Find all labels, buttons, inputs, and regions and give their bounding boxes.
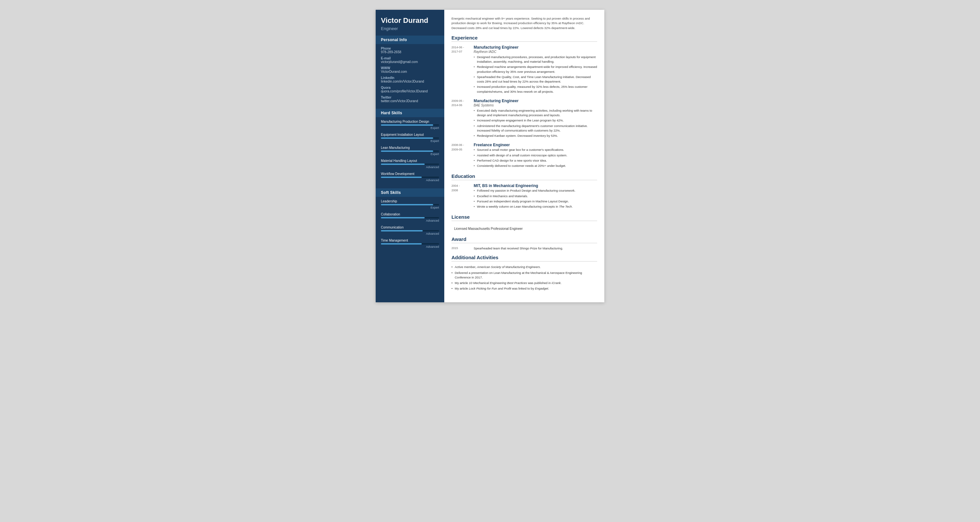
skill-time-management: Time Management Advanced: [381, 239, 439, 248]
skill-leadership: Leadership Expert: [381, 200, 439, 209]
www-label: WWW: [381, 66, 439, 70]
twitter-value: twitter.com/VictorJDurand: [381, 99, 439, 103]
skill-bar-fill: [381, 137, 433, 139]
email-label: E-mail: [381, 57, 439, 60]
skill-bar-fill: [381, 124, 433, 126]
www-value: VictorDurand.com: [381, 70, 439, 73]
skill-bar-fill: [381, 204, 433, 205]
additional-section: Additional Activities Active member, Ame…: [452, 255, 597, 291]
sidebar-header: Victor Durand Engineer: [375, 10, 444, 35]
candidate-title: Engineer: [381, 26, 439, 31]
exp-company: BAE Systems: [474, 103, 597, 107]
skill-manufacturing-production-design: Manufacturing Production Design Expert: [381, 120, 439, 130]
bullet-item: Redesigned machine arrangements departme…: [474, 65, 597, 74]
skill-name: Manufacturing Production Design: [381, 120, 439, 124]
personal-info-content: Phone 978-289-2658 E-mail victorjdurand@…: [375, 44, 444, 108]
quora-value: quora.com/profile/VictorJDurand: [381, 89, 439, 93]
skill-level: Expert: [381, 206, 439, 209]
skill-bar-bg: [381, 163, 439, 165]
exp-date-end: 2014-06: [452, 103, 474, 108]
edu-date-start: 2004 -: [452, 184, 474, 188]
skill-level: Advanced: [381, 165, 439, 169]
exp-date-start: 2014-06 -: [452, 45, 474, 50]
bullet-item: Performed CAD design for a new sports vi…: [474, 158, 597, 163]
resume-container: Victor Durand Engineer Personal Info Pho…: [375, 10, 605, 302]
hard-skills-heading: Hard Skills: [375, 109, 444, 117]
contact-twitter: Twitter twitter.com/VictorJDurand: [381, 96, 439, 103]
bullet-item: Pursued an independent study program in …: [474, 199, 597, 204]
skill-equipment-installation-layout: Equipment Installation Layout Expert: [381, 133, 439, 143]
award-entry: 2015 Spearheaded team that received Shin…: [452, 246, 597, 250]
bullet-item: Executed daily manufacturing engineering…: [474, 108, 597, 118]
email-value: victorjdurand@gmail.com: [381, 60, 439, 63]
exp-date: 2009-05 - 2014-06: [452, 98, 474, 139]
skill-level: Advanced: [381, 179, 439, 182]
linkedin-value: linkedin.com/in/VictorJDurand: [381, 80, 439, 83]
soft-skills-heading: Soft Skills: [375, 188, 444, 197]
personal-info-heading: Personal Info: [375, 36, 444, 44]
bullet-item: Consistently delivered to customer needs…: [474, 163, 597, 168]
exp-date: 2014-06 - 2017-07: [452, 45, 474, 95]
bullet-item: Assisted with design of a small custom m…: [474, 153, 597, 158]
skill-bar-bg: [381, 177, 439, 178]
edu-bullets: Followed my passion in Product Design an…: [474, 188, 597, 209]
edu-date-end: 2008: [452, 188, 474, 193]
skill-bar-bg: [381, 137, 439, 139]
experience-section: Experience 2014-06 - 2017-07 Manufacturi…: [452, 35, 597, 169]
contact-phone: Phone 978-289-2658: [381, 47, 439, 54]
skill-name: Time Management: [381, 239, 439, 242]
award-body: Spearheaded team that received Shingo Pr…: [474, 246, 597, 250]
exp-date-end: 2017-07: [452, 50, 474, 54]
edu-body: MIT, BS in Mechanical Engineering Follow…: [474, 184, 597, 209]
candidate-name: Victor Durand: [381, 16, 439, 25]
exp-body: Manufacturing Engineer Raytheon IADC Des…: [474, 45, 597, 95]
exp-job-title: Freelance Engineer: [474, 143, 597, 147]
exp-date-end: 2009-05: [452, 148, 474, 152]
skill-name: Collaboration: [381, 213, 439, 216]
skill-collaboration: Collaboration Advanced: [381, 213, 439, 222]
phone-value: 978-289-2658: [381, 50, 439, 54]
skill-bar-bg: [381, 230, 439, 232]
bullet-item: Followed my passion in Product Design an…: [474, 188, 597, 193]
exp-bullets: Designed manufacturing procedures, proce…: [474, 55, 597, 94]
bullet-item: Delivered a presentation on Lean Manufac…: [452, 271, 597, 280]
bullet-item: My article 10 Mechanical Engineering Bes…: [452, 281, 597, 285]
skill-name: Lean Manufacturing: [381, 146, 439, 149]
bullet-item: Active member, American Society of Manuf…: [452, 265, 597, 269]
skill-bar-bg: [381, 124, 439, 126]
skill-name: Equipment Installation Layout: [381, 133, 439, 136]
additional-heading: Additional Activities: [452, 255, 597, 262]
exp-bullets: Executed daily manufacturing engineering…: [474, 108, 597, 138]
linkedin-label: LinkedIn: [381, 76, 439, 80]
skill-communication: Communication Advanced: [381, 225, 439, 235]
bullet-item: Increased production quality, measured b…: [474, 84, 597, 94]
contact-email: E-mail victorjdurand@gmail.com: [381, 57, 439, 63]
skill-material-handling-layout: Material Handling Layout Advanced: [381, 159, 439, 169]
bullet-item: Increased employee engagement in the Lea…: [474, 118, 597, 123]
skill-bar-bg: [381, 243, 439, 244]
bullet-item: Wrote a weekly column on Lean Manufactur…: [474, 205, 597, 209]
skill-bar-fill: [381, 243, 422, 244]
skill-bar-bg: [381, 151, 439, 152]
skill-bar-fill: [381, 217, 425, 218]
skill-level: Expert: [381, 126, 439, 130]
education-heading: Education: [452, 173, 597, 180]
exp-job-title: Manufacturing Engineer: [474, 98, 597, 103]
exp-bullets: Sourced a small motor gear box for a cus…: [474, 148, 597, 168]
license-heading: License: [452, 214, 597, 221]
skill-bar-fill: [381, 151, 433, 152]
award-section: Award 2015 Spearheaded team that receive…: [452, 236, 597, 250]
exp-company: Raytheon IADC: [474, 50, 597, 54]
skill-bar-fill: [381, 230, 423, 232]
contact-quora: Quora quora.com/profile/VictorJDurand: [381, 86, 439, 93]
bullet-item: Redesigned Kanban system. Decreased inve…: [474, 133, 597, 138]
award-heading: Award: [452, 236, 597, 243]
soft-skills-content: Leadership Expert Collaboration Advanced…: [375, 197, 444, 254]
exp-entry-raytheon: 2014-06 - 2017-07 Manufacturing Engineer…: [452, 45, 597, 95]
skill-lean-manufacturing: Lean Manufacturing Expert: [381, 146, 439, 156]
exp-date: 2008-06 - 2009-05: [452, 143, 474, 169]
edu-degree: MIT, BS in Mechanical Engineering: [474, 184, 597, 188]
skill-level: Expert: [381, 152, 439, 156]
main-content: Energetic mechanical engineer with 9+ ye…: [444, 10, 605, 302]
skill-bar-bg: [381, 217, 439, 218]
